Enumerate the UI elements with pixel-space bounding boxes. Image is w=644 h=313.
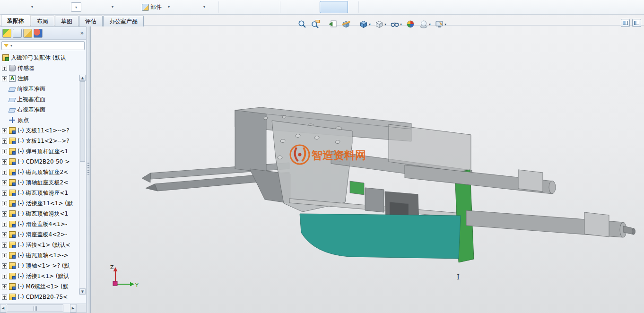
expand-toggle-icon[interactable]: [2, 274, 7, 279]
tree-item[interactable]: (-) 活接<1> (默认<: [2, 240, 78, 250]
tree-item[interactable]: 上视基准面: [2, 94, 78, 104]
expand-toggle-icon[interactable]: [2, 253, 7, 258]
component-icon: [9, 179, 16, 186]
previous-view-icon: [328, 19, 338, 29]
scroll-left-button[interactable]: ◀: [0, 304, 6, 313]
feature-manager-toolbar: »: [0, 27, 86, 40]
zoom-area-icon: [311, 19, 320, 29]
tree-item[interactable]: (-) 磁瓦顶轴<1>->: [2, 250, 78, 261]
tab-evaluate[interactable]: 评估: [79, 16, 103, 26]
feature-tree-tab-icon[interactable]: [2, 29, 11, 38]
scroll-track[interactable]: [6, 304, 70, 313]
expand-toggle-icon[interactable]: [2, 222, 7, 227]
view-orientation-button[interactable]: ▾: [358, 18, 372, 30]
property-manager-tab-icon[interactable]: [13, 29, 22, 38]
tree-item[interactable]: 原点: [2, 115, 78, 125]
tree-item[interactable]: (-) 磁瓦顶轴滑块<1: [2, 209, 78, 219]
panel-splitter[interactable]: [87, 26, 91, 313]
chevron-down-icon[interactable]: ▾: [31, 5, 33, 9]
expand-toggle-icon[interactable]: [2, 128, 7, 133]
tree-item[interactable]: (-) 磁瓦顶轴缸座2<: [2, 167, 78, 177]
chevron-down-icon: ▾: [10, 43, 12, 48]
expand-toggle-icon[interactable]: [2, 159, 7, 165]
apply-scene-button[interactable]: ▾: [418, 18, 432, 30]
component-icon: [9, 210, 16, 217]
tree-item[interactable]: (-) 磁瓦顶轴滑座<1: [2, 188, 78, 198]
tree-item[interactable]: 右视基准面: [2, 104, 78, 115]
expand-toggle-icon[interactable]: [2, 284, 7, 289]
expand-toggle-icon[interactable]: [2, 295, 7, 300]
chevron-down-icon[interactable]: ▾: [112, 5, 113, 9]
appearance-manager-tab-icon[interactable]: [34, 29, 43, 38]
tab-office-products[interactable]: 办公室产品: [103, 16, 144, 26]
tab-sketch[interactable]: 草图: [55, 16, 78, 26]
expand-toggle-icon[interactable]: [2, 211, 7, 217]
tree-item[interactable]: (-) 支板11<1>-->?: [2, 125, 78, 136]
scroll-up-button[interactable]: ▲: [79, 75, 86, 81]
watermark-text: 智造资料网: [311, 149, 366, 161]
tree-item[interactable]: (-) 顶杆活接<1: [2, 302, 78, 304]
tree-item[interactable]: (-) 弹弓顶杆缸座<1: [2, 146, 78, 156]
expand-toggle-icon[interactable]: [2, 243, 7, 248]
tree-item[interactable]: (-) 顶轴缸座支板2<: [2, 177, 78, 188]
graphics-viewport[interactable]: 智造资料网 Z Y: [0, 0, 644, 313]
tree-item[interactable]: (-) M6螺丝<1> (默: [2, 281, 78, 292]
expand-toggle-icon[interactable]: [2, 201, 7, 206]
expand-toggle-icon[interactable]: [2, 170, 7, 175]
tree-item[interactable]: (-) 顶轴<1>->? (默: [2, 261, 78, 271]
expand-toggle-icon[interactable]: [2, 180, 7, 185]
display-style-button[interactable]: ▾: [374, 18, 387, 30]
tree-item-label: (-) 支板11<1>-->?: [17, 127, 70, 135]
expand-toggle-icon[interactable]: [2, 263, 7, 269]
component-icon: [9, 283, 16, 290]
hide-show-items-button[interactable]: ▾: [389, 18, 403, 30]
tree-item-label: (-) CDM2B20-75<: [17, 294, 68, 300]
tree-item[interactable]: (-) 滑座盖板4<1>-: [2, 219, 78, 229]
tree-horizontal-scrollbar[interactable]: ◀ ▶: [0, 304, 86, 313]
tree-item[interactable]: (-) CDM2B20-50->: [2, 156, 78, 167]
tree-vertical-scrollbar[interactable]: ▲ ▼: [79, 75, 86, 295]
chevron-down-icon[interactable]: ▾: [203, 5, 205, 9]
panel-chevron-button[interactable]: »: [80, 30, 84, 36]
section-view-button[interactable]: [340, 18, 352, 30]
chevron-down-icon[interactable]: ▾: [168, 5, 170, 9]
ribbon-dropdown[interactable]: ▾: [71, 2, 81, 12]
filter-bar[interactable]: ▾: [1, 41, 85, 50]
scroll-right-button[interactable]: ▶: [70, 304, 76, 313]
split-pane-left-button[interactable]: [621, 19, 630, 27]
insert-component-label[interactable]: 部件: [150, 3, 162, 11]
scroll-thumb[interactable]: [7, 304, 63, 312]
solidworks-window: 智造资料网 Z Y ▾ ▾ ▾ 部件 ▾ ▾ 装配体布局草图评估办公室产品 ▾▾…: [0, 0, 644, 313]
expand-toggle-icon[interactable]: [2, 76, 7, 81]
tree-item[interactable]: (-) 活接座11<1> (默: [2, 198, 78, 209]
tree-item-label: (-) 支板11<2>-->?: [17, 137, 70, 145]
tree-item[interactable]: (-) 活接1<1> (默认: [2, 271, 78, 281]
zoom-area-button[interactable]: [310, 18, 321, 30]
tree-item[interactable]: (-) 支板11<2>-->?: [2, 136, 78, 146]
view-settings-button[interactable]: ▾: [434, 18, 447, 30]
tree-item[interactable]: (-) 滑座盖板4<2>-: [2, 229, 78, 240]
tab-layout[interactable]: 布局: [31, 16, 54, 26]
zoom-fit-button[interactable]: [296, 18, 308, 30]
configuration-manager-tab-icon[interactable]: [23, 29, 32, 38]
tree-item-label: (-) 滑座盖板4<2>-: [17, 231, 67, 239]
expand-toggle-icon[interactable]: [2, 66, 7, 71]
edit-appearance-button[interactable]: [405, 18, 416, 30]
split-pane-left-icon: [623, 21, 628, 25]
split-pane-right-button[interactable]: [632, 19, 641, 27]
tree-root[interactable]: 入磁弹弓装配体 (默认: [2, 52, 78, 63]
tree-item[interactable]: (-) CDM2B20-75<: [2, 292, 78, 302]
tab-assembly[interactable]: 装配体: [1, 15, 30, 26]
previous-view-button[interactable]: [327, 18, 339, 30]
expand-toggle-icon[interactable]: [2, 191, 7, 196]
tree-item[interactable]: 传感器: [2, 63, 78, 73]
expand-toggle-icon[interactable]: [2, 232, 7, 237]
tree-item-label: 前视基准面: [17, 85, 45, 93]
scroll-thumb[interactable]: [80, 81, 85, 162]
expand-toggle-icon[interactable]: [2, 149, 7, 154]
tree-item[interactable]: 注解: [2, 73, 78, 84]
tree-item[interactable]: 前视基准面: [2, 84, 78, 94]
expand-toggle-icon[interactable]: [2, 139, 7, 144]
scroll-down-button[interactable]: ▼: [79, 288, 86, 295]
active-tool-button[interactable]: [320, 1, 348, 13]
